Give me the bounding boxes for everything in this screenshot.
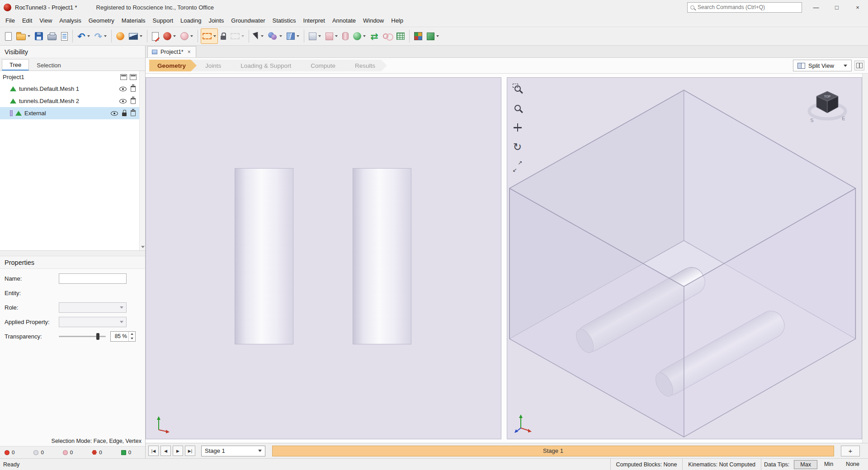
first-stage-button[interactable]: |◀ [148,446,159,456]
menu-item[interactable]: Annotate [329,15,359,26]
panel-splitter[interactable] [0,251,145,256]
swap-geometry-button[interactable]: ⇄ [368,28,380,44]
pick-tool-button[interactable] [252,28,265,44]
open-file-button[interactable] [14,28,32,44]
dropdown-caret-icon[interactable] [297,35,299,37]
close-button[interactable]: × [847,0,868,14]
spin-down-icon[interactable] [129,336,135,341]
dropdown-caret-icon[interactable] [318,35,321,37]
tunnel-1-shape[interactable] [235,168,293,344]
tree-item-external[interactable]: External [0,107,139,119]
dropdown-caret-icon[interactable] [436,35,439,37]
lock-icon[interactable] [122,113,127,116]
viewport-splitter[interactable] [501,77,507,439]
tab-tree[interactable]: Tree [2,59,29,70]
transparency-value-box[interactable]: 85 % [110,331,136,342]
ellipsoid-tool-button[interactable] [351,28,368,44]
fit-extents-tool[interactable] [511,160,524,173]
save-button[interactable] [33,28,45,44]
clear-selection-button[interactable] [229,28,246,44]
menu-item[interactable]: Materials [118,15,149,26]
workflow-tab-geometry[interactable]: Geometry [149,60,198,71]
tunnel-2-shape[interactable] [353,168,411,344]
viewport-3d[interactable]: ↻ [507,77,863,439]
view-layout-button[interactable] [854,61,864,70]
dropdown-caret-icon[interactable] [140,35,142,37]
tree-item-mesh-1[interactable]: tunnels.Default.Mesh 1 [0,83,139,95]
zoom-window-tool[interactable] [511,82,524,95]
dropdown-caret-icon[interactable] [363,35,366,37]
material-box-button[interactable] [412,28,424,44]
menu-item[interactable]: Geometry [85,15,118,26]
view-cube[interactable]: TOP S E [806,86,849,126]
display-options-button[interactable] [114,28,126,44]
previous-stage-button[interactable]: ◀ [160,446,171,456]
dropdown-caret-icon[interactable] [213,35,216,37]
pan-tool[interactable] [511,121,524,134]
menu-item[interactable]: Joints [205,15,227,26]
mesh-quality-button[interactable] [179,28,195,44]
zoom-tool[interactable] [511,102,524,114]
workflow-tab-loading-support[interactable]: Loading & Support [226,60,303,71]
menu-item[interactable]: File [2,15,19,26]
search-commands-box[interactable] [687,2,802,13]
add-stage-button[interactable]: + [841,446,860,456]
tree-item-mesh-2[interactable]: tunnels.Default.Mesh 2 [0,95,139,107]
undo-button[interactable]: ↶ [75,28,92,44]
tree-root-row[interactable]: Project1 [0,71,139,83]
workflow-tab-compute[interactable]: Compute [296,60,347,71]
tab-selection[interactable]: Selection [29,59,68,70]
print-button[interactable] [46,28,58,44]
data-tips-max-button[interactable]: Max [794,460,817,469]
viewport-2d[interactable] [146,77,501,439]
menu-item[interactable]: Support [149,15,177,26]
menu-item[interactable]: Statistics [269,15,300,26]
data-tips-min-button[interactable]: Min [818,460,839,469]
menu-item[interactable]: Edit [19,15,36,26]
name-input[interactable] [59,273,127,284]
new-file-button[interactable] [3,28,14,44]
edit-geometry-button[interactable] [150,28,160,44]
menu-item[interactable]: Window [359,15,387,26]
dropdown-caret-icon[interactable] [241,35,244,37]
maximize-button[interactable]: □ [826,0,847,14]
dropdown-caret-icon[interactable] [104,35,107,37]
dropdown-caret-icon[interactable] [279,35,282,37]
role-dropdown[interactable] [59,302,127,313]
search-commands-input[interactable] [698,4,799,10]
menu-item[interactable]: Help [387,15,407,26]
workflow-tab-results[interactable]: Results [340,60,387,71]
screen-capture-button[interactable] [127,28,144,44]
tree-scrollbar[interactable] [139,71,145,250]
lock-selection-button[interactable] [219,28,228,44]
split-view-dropdown[interactable]: Split View [793,60,852,71]
workflow-tab-joints[interactable]: Joints [191,60,233,71]
menu-item[interactable]: Analysis [56,15,85,26]
expand-panels-icon[interactable] [120,74,127,80]
intersect-tool-button[interactable] [381,28,394,44]
menu-item[interactable]: Interpret [300,15,329,26]
redo-button[interactable]: ↷ [93,28,109,44]
stage-selector-dropdown[interactable]: Stage 1 [201,446,265,456]
menu-item[interactable]: Loading [177,15,205,26]
rotate-tool[interactable]: ↻ [511,141,524,153]
box-selection-button[interactable] [201,28,218,44]
collapse-panels-icon[interactable] [130,74,137,80]
dropdown-caret-icon[interactable] [28,35,30,37]
menu-item[interactable]: Groundwater [227,15,269,26]
collapsed-panel-strip[interactable] [862,74,868,443]
create-sphere-button[interactable] [161,28,178,44]
boolean-cube-button[interactable] [324,28,340,44]
dropdown-caret-icon[interactable] [87,35,90,37]
selection-spheres-button[interactable] [266,28,284,44]
assign-materials-button[interactable] [425,28,441,44]
last-stage-button[interactable]: ▶| [185,446,195,456]
extrude-button[interactable] [307,28,323,44]
delete-icon[interactable] [131,110,136,116]
slider-thumb[interactable] [96,333,99,340]
dropdown-caret-icon[interactable] [335,35,338,37]
transparency-slider[interactable] [59,332,106,341]
data-tips-none-button[interactable]: None [840,460,865,469]
delete-icon[interactable] [131,98,136,104]
grid-table-button[interactable] [395,28,406,44]
